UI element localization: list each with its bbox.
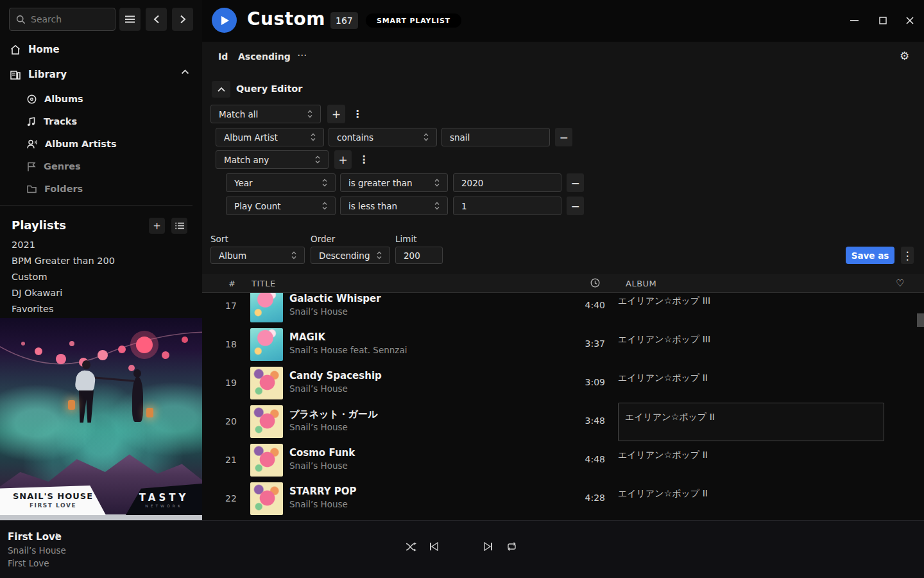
now-playing-options-icon[interactable]: ⋮ [53,532,61,541]
disc-icon [27,94,37,104]
table-row[interactable]: 21 Cosmo Funk Snail’s House 4:48 エイリアン☆ポ… [202,441,924,480]
divider [0,205,193,206]
sidebar-item-library[interactable]: Library [10,69,67,80]
album-cell[interactable]: エイリアン☆ポップ II [618,403,884,441]
more-options-icon[interactable]: ⋯ [297,49,307,61]
shuffle-button[interactable] [406,542,417,552]
sidebar-item-albums[interactable]: Albums [27,94,83,104]
table-row[interactable]: 20 プラネット・ガール Snail’s House 3:48 エイリアン☆ポッ… [202,403,924,441]
column-title[interactable]: TITLE [252,279,276,288]
settings-gear-icon[interactable]: ⚙ [900,49,909,62]
rule-field-select[interactable]: Year [226,173,336,192]
column-number[interactable]: # [228,279,235,288]
match-type-select[interactable]: Match any [216,150,329,169]
rule-field-select[interactable]: Play Count [226,197,336,215]
search-icon [16,15,26,24]
playlist-item[interactable]: Custom [12,272,47,282]
query-editor-title: Query Editor [236,83,302,94]
main-panel: Custom 167 SMART PLAYLIST Id Ascending ⋯… [202,0,924,520]
sort-label: Sort [210,234,228,244]
repeat-button[interactable] [506,542,517,551]
save-options-button[interactable]: ⋮ [901,247,914,264]
select-arrows-icon [322,202,327,210]
column-album[interactable]: ALBUM [626,279,656,288]
track-title: Galactic Whisper [289,293,381,304]
back-button[interactable] [146,8,167,31]
add-rule-button[interactable]: + [327,105,345,123]
limit-input[interactable]: 200 [395,247,443,264]
table-scrollbar[interactable] [917,313,924,327]
table-row[interactable]: 22 STARRY POP Snail’s House 4:28 エイリアン☆ポ… [202,480,924,518]
table-row[interactable]: 19 Candy Spaceship Snail’s House 3:09 エイ… [202,364,924,403]
duration-clock-icon[interactable] [590,278,600,288]
window-maximize-button[interactable] [877,14,889,27]
select-arrows-icon [307,110,312,118]
select-arrows-icon [315,155,320,164]
player-bar: First Love ⋮ Snail’s House First Love 0:… [0,520,924,578]
playlist-item[interactable]: Favorites [12,304,54,314]
forward-button[interactable] [172,8,193,31]
query-editor-collapse-button[interactable] [212,81,230,98]
artwork-title: FIRST LOVE [0,502,106,509]
add-playlist-button[interactable]: + [149,218,165,234]
now-playing-artwork: SNAIL'S HOUSE FIRST LOVE TASTY NETWORK [0,318,202,520]
hand-lantern [68,400,75,410]
table-row[interactable]: 18 MAGIK Snail’s House feat. Sennzai 3:3… [202,326,924,364]
save-as-button[interactable]: Save as [846,247,894,264]
track-thumbnail [250,482,283,515]
rule-operator-select[interactable]: is greater than [340,173,448,192]
rule-operator-select[interactable]: is less than [340,197,448,215]
rule-value-input[interactable]: snail [441,128,550,146]
search-input[interactable]: Search [9,8,116,31]
track-duration: 3:37 [568,338,605,349]
playlist-item[interactable]: BPM Greater than 200 [12,256,115,266]
window-minimize-button[interactable] [848,14,860,27]
sort-direction-button[interactable]: Ascending [238,51,291,62]
remove-rule-button[interactable]: − [567,173,584,192]
chevron-left-icon [153,15,160,24]
rule-value-input[interactable]: 1 [453,197,561,215]
sort-select[interactable]: Album [210,247,305,264]
track-title: Candy Spaceship [289,370,382,381]
remove-rule-button[interactable]: − [567,197,584,215]
track-number: 18 [221,339,241,349]
sidebar-item-folders[interactable]: Folders [27,184,83,194]
track-number: 22 [221,493,241,504]
match-type-select[interactable]: Match all [210,105,321,123]
add-rule-button[interactable]: + [334,150,352,169]
smart-playlist-badge: SMART PLAYLIST [366,13,461,28]
play-playlist-button[interactable] [212,8,237,33]
remove-rule-button[interactable]: − [555,128,572,146]
group-options-icon[interactable]: ⋮ [359,153,369,166]
sidebar-item-home[interactable]: Home [10,44,60,55]
album-cell[interactable]: エイリアン☆ポップ II [618,488,884,520]
next-track-button[interactable] [484,542,493,551]
table-row[interactable]: 17 Galactic Whisper Snail’s House 4:40 エ… [202,287,924,326]
rule-field-select[interactable]: Album Artist [216,128,324,146]
collapse-library-icon[interactable] [181,69,189,74]
now-playing-artist: Snail’s House [8,545,66,556]
favorite-column-icon[interactable]: ♡ [896,277,905,289]
group-options-icon[interactable]: ⋮ [352,108,363,120]
playlist-item[interactable]: DJ Okawari [12,288,62,298]
rule-value-input[interactable]: 2020 [453,173,561,192]
rule-operator-select[interactable]: contains [329,128,437,146]
track-artist: Snail’s House [289,383,348,394]
sidebar-item-album-artists[interactable]: Album Artists [27,139,117,149]
search-placeholder: Search [31,14,62,24]
sidebar-item-genres[interactable]: Genres [27,161,81,171]
order-select[interactable]: Descending [311,247,390,264]
playlist-item[interactable]: 2021 [12,240,35,250]
dots-vertical-icon: ⋮ [902,249,913,262]
sidebar-item-label: Folders [44,184,83,194]
sidebar-item-tracks[interactable]: Tracks [27,116,77,127]
window-close-button[interactable] [903,14,916,27]
select-arrows-icon [322,179,327,187]
previous-track-button[interactable] [429,542,438,551]
hamburger-icon [125,15,135,23]
sort-field-button[interactable]: Id [218,51,228,62]
track-artist: Snail’s House feat. Sennzai [289,345,407,355]
select-arrows-icon [311,133,316,141]
menu-button[interactable] [119,8,141,31]
playlist-list-button[interactable] [171,218,187,234]
